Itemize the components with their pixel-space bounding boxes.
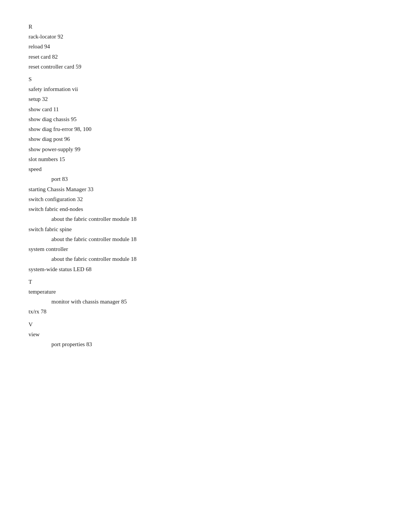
section-letter: T [29,279,382,285]
index-entry: temperature [29,287,382,297]
index-entry: starting Chassis Manager 33 [29,184,382,194]
index-entry: setup 32 [29,94,382,104]
index-entry: show card 11 [29,104,382,114]
index-entry: tx/rx 78 [29,307,382,316]
index-entry: monitor with chassis manager 85 [29,297,382,307]
index-entry: reset controller card 59 [29,62,382,72]
index-entry: show diag fru-error 98, 100 [29,124,382,134]
index-entry: switch fabric end-nodes [29,204,382,214]
index-entry: reload 94 [29,42,382,51]
index-entry: show power-supply 99 [29,144,382,154]
index-entry: view [29,329,382,339]
index-entry: system-wide status LED 68 [29,264,382,274]
index-entry: about the fabric controller module 18 [29,254,382,264]
section-letter: R [29,24,382,30]
index-entry: switch configuration 32 [29,194,382,204]
index-entry: switch fabric spine [29,224,382,234]
index-entry: rack-locator 92 [29,32,382,42]
section-letter: V [29,321,382,328]
section-letter: S [29,76,382,83]
index-entry: port properties 83 [29,339,382,349]
index-entry: about the fabric controller module 18 [29,214,382,224]
index-entry: port 83 [29,174,382,184]
index-entry: about the fabric controller module 18 [29,234,382,244]
index-section: Vviewport properties 83 [29,321,382,350]
index-entry: speed [29,164,382,174]
index-entry: safety information vii [29,84,382,94]
index-entry: reset card 82 [29,52,382,62]
index-entry: system controller [29,244,382,254]
index-entry: show diag post 96 [29,134,382,144]
index-section: Rrack-locator 92reload 94reset card 82re… [29,24,382,72]
index-section: Ssafety information viisetup 32show card… [29,76,382,274]
index-entry: slot numbers 15 [29,154,382,164]
index-content: Rrack-locator 92reload 94reset card 82re… [29,24,382,349]
index-entry: show diag chassis 95 [29,114,382,124]
index-section: Ttemperaturemonitor with chassis manager… [29,279,382,317]
